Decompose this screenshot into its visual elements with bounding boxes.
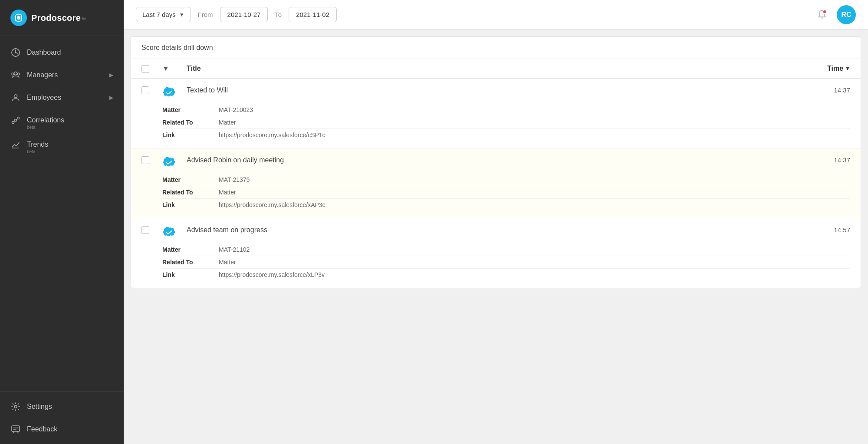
svg-point-7	[14, 95, 17, 98]
row-3-title: Advised team on progress	[187, 225, 800, 234]
prodoscore-logo-icon	[10, 10, 27, 26]
content-area: Score details drill down ▼ Title Time ▼	[124, 30, 868, 444]
svg-rect-12	[12, 426, 20, 431]
row-main-2: Advised Robin on daily meeting 14:37	[131, 148, 861, 174]
sidebar-item-trends-label: Trends	[27, 141, 113, 148]
row-2-sf-icon	[162, 155, 180, 169]
filter-dropdown-icon[interactable]: ▼	[162, 65, 180, 72]
row-1-detail-related: Related To Matter	[162, 116, 850, 129]
from-date-input[interactable]: 2021-10-27	[220, 7, 268, 22]
sidebar-item-trends[interactable]: Trends beta	[0, 133, 124, 158]
col-title-header: Title	[187, 65, 800, 72]
svg-point-6	[17, 73, 20, 75]
row-3-detail-link: Link https://prodoscore.my.salesforce/xL…	[162, 269, 850, 281]
row-main-1: Texted to Will 14:37	[131, 79, 861, 104]
row-main-3: Advised team on progress 14:57	[131, 218, 861, 243]
row-1-sf-icon	[162, 86, 180, 99]
row-2-checkbox[interactable]	[141, 156, 149, 164]
sidebar-item-settings[interactable]: Settings	[0, 395, 124, 418]
managers-icon	[10, 70, 21, 80]
row-3-sf-icon	[162, 225, 180, 239]
row-3-time: 14:57	[807, 225, 850, 234]
correlations-icon	[10, 115, 21, 125]
row-1-checkbox[interactable]	[141, 86, 149, 94]
main-content: Last 7 days ▼ From 2021-10-27 To 2021-11…	[124, 0, 868, 444]
row-3-detail-matter: Matter MAT-21102	[162, 243, 850, 256]
row-2-detail-matter: Matter MAT-21379	[162, 174, 850, 186]
header: Last 7 days ▼ From 2021-10-27 To 2021-11…	[124, 0, 868, 30]
logo-text: Prodoscore	[31, 13, 81, 23]
table-header-row: ▼ Title Time ▼	[131, 59, 861, 79]
svg-point-4	[14, 72, 17, 75]
sidebar-item-managers[interactable]: Managers ▶	[0, 64, 124, 86]
managers-arrow-icon: ▶	[109, 72, 113, 78]
sidebar-item-dashboard[interactable]: Dashboard	[0, 41, 124, 64]
row-3-detail-related: Related To Matter	[162, 256, 850, 269]
to-label: To	[275, 11, 282, 18]
dashboard-icon	[10, 47, 21, 58]
employees-icon	[10, 92, 21, 103]
employees-arrow-icon: ▶	[109, 95, 113, 101]
svg-point-1	[17, 16, 20, 20]
row-2-details: Matter MAT-21379 Related To Matter Link …	[131, 174, 861, 218]
sidebar-item-correlations[interactable]: Correlations beta	[0, 109, 124, 133]
sidebar-item-managers-label: Managers	[27, 71, 103, 79]
row-2-title: Advised Robin on daily meeting	[187, 155, 800, 164]
trends-beta-label: beta	[27, 149, 35, 154]
select-all-checkbox[interactable]	[141, 65, 149, 73]
svg-point-13	[823, 10, 826, 13]
row-1-time: 14:37	[807, 86, 850, 94]
notification-bell-icon[interactable]	[814, 7, 830, 23]
trends-icon	[10, 139, 21, 150]
sidebar-item-feedback[interactable]: Feedback	[0, 418, 124, 441]
row-2-detail-related: Related To Matter	[162, 186, 850, 199]
sidebar-item-employees[interactable]: Employees ▶	[0, 86, 124, 109]
row-2-time: 14:37	[807, 155, 850, 164]
sidebar-nav: Dashboard Managers ▶	[0, 36, 124, 391]
sidebar-item-feedback-label: Feedback	[27, 425, 113, 433]
row-1-detail-link: Link https://prodoscore.my.salesforce/cS…	[162, 129, 850, 141]
row-3-checkbox[interactable]	[141, 226, 149, 234]
time-sort-icon[interactable]: ▼	[845, 66, 850, 72]
sidebar-item-settings-label: Settings	[27, 403, 113, 411]
row-1-title: Texted to Will	[187, 86, 800, 94]
from-label: From	[198, 11, 213, 18]
logo-tm: ™	[81, 16, 86, 22]
svg-point-3	[15, 52, 16, 53]
sidebar-item-employees-label: Employees	[27, 94, 103, 102]
date-range-dropdown-icon: ▼	[179, 12, 184, 18]
feedback-icon	[10, 424, 21, 434]
sidebar: Prodoscore ™ Dashboard	[0, 0, 124, 444]
settings-icon	[10, 401, 21, 412]
date-range-select[interactable]: Last 7 days ▼	[136, 7, 191, 22]
row-1-details: Matter MAT-210023 Related To Matter Link…	[131, 104, 861, 148]
drill-down-panel: Score details drill down ▼ Title Time ▼	[131, 36, 861, 288]
date-range-label: Last 7 days	[142, 11, 176, 18]
to-date-input[interactable]: 2021-11-02	[289, 7, 337, 22]
table-row: Advised team on progress 14:57 Matter MA…	[131, 218, 861, 288]
table-row: Advised Robin on daily meeting 14:37 Mat…	[131, 148, 861, 218]
row-2-detail-link: Link https://prodoscore.my.salesforce/xA…	[162, 199, 850, 211]
drill-down-title: Score details drill down	[131, 37, 861, 59]
sidebar-bottom: Settings Feedback	[0, 391, 124, 444]
svg-point-5	[12, 73, 14, 75]
row-3-details: Matter MAT-21102 Related To Matter Link …	[131, 243, 861, 288]
svg-point-11	[14, 405, 17, 408]
table-row: Texted to Will 14:37 Matter MAT-210023 R…	[131, 79, 861, 148]
correlations-beta-label: beta	[27, 125, 35, 130]
sidebar-item-correlations-label: Correlations	[27, 116, 113, 124]
sidebar-item-dashboard-label: Dashboard	[27, 49, 113, 56]
logo-area: Prodoscore ™	[0, 0, 124, 36]
row-1-detail-matter: Matter MAT-210023	[162, 104, 850, 116]
col-time-header: Time ▼	[807, 65, 850, 72]
user-avatar[interactable]: RC	[837, 5, 856, 24]
